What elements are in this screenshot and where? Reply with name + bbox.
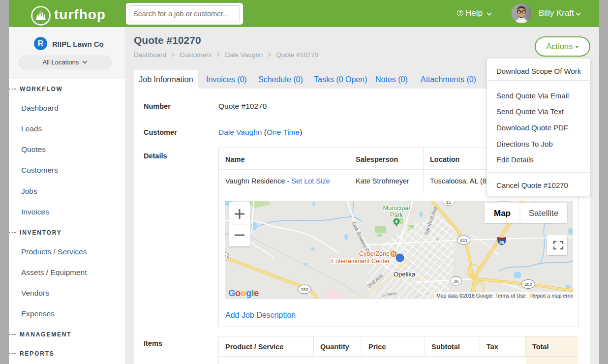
svg-text:CyberZone: CyberZone <box>359 250 390 257</box>
svg-text:Terms of Use: Terms of Use <box>495 293 526 299</box>
svg-text:15: 15 <box>446 201 452 205</box>
svg-text:Opelika: Opelika <box>394 271 416 278</box>
svg-text:Entertainment Center: Entertainment Center <box>332 258 390 265</box>
svg-text:Satellite: Satellite <box>529 209 558 218</box>
svg-text:o: o <box>235 288 241 298</box>
svg-text:280: 280 <box>524 281 532 287</box>
svg-text:Map: Map <box>494 209 511 218</box>
svg-text:e: e <box>254 288 259 298</box>
svg-text:85: 85 <box>499 240 504 245</box>
svg-text:g: g <box>246 288 251 298</box>
svg-text:Municipal: Municipal <box>383 204 410 212</box>
svg-text:o: o <box>241 288 246 298</box>
svg-text:38: 38 <box>454 278 459 284</box>
svg-text:Report a map error: Report a map error <box>530 293 573 299</box>
svg-text:431: 431 <box>460 238 468 243</box>
svg-text:Park: Park <box>390 211 403 218</box>
svg-text:280: 280 <box>301 287 308 292</box>
svg-text:Map data ©2018 Google: Map data ©2018 Google <box>436 293 493 299</box>
svg-text:G: G <box>228 288 235 298</box>
svg-text:0): 0) <box>225 254 228 259</box>
